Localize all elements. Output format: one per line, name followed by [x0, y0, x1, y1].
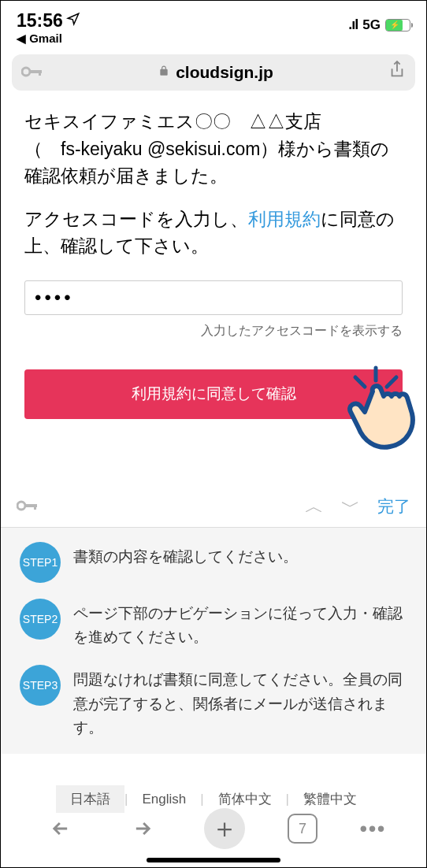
step-row: STEP2 ページ下部のナビゲーションに従って入力・確認を進めてください。 [20, 599, 407, 650]
keyboard-prev-icon[interactable]: ︿ [305, 494, 324, 519]
svg-point-6 [17, 502, 25, 510]
status-bar: 15:56 ◀ Gmail .ıl 5G ⚡ [1, 1, 426, 50]
nav-forward-icon[interactable] [123, 809, 162, 848]
share-icon[interactable] [388, 60, 406, 85]
confirm-button[interactable]: 利用規約に同意して確認 [24, 369, 403, 419]
show-code-toggle[interactable]: 入力したアクセスコードを表示する [24, 323, 403, 339]
location-arrow-icon [66, 12, 80, 30]
battery-icon: ⚡ [385, 19, 410, 32]
steps-section: STEP1 書類の内容を確認してください。 STEP2 ページ下部のナビゲーショ… [1, 528, 426, 755]
nav-new-tab-icon[interactable]: ＋ [204, 808, 245, 849]
network-label: 5G [362, 17, 381, 33]
key-icon[interactable] [17, 496, 39, 517]
step-text: ページ下部のナビゲーションに従って入力・確認を進めてください。 [73, 599, 407, 650]
nav-more-icon[interactable]: ••• [360, 817, 386, 841]
url-domain: cloudsign.jp [176, 63, 273, 82]
step-row: STEP3 問題なければ書類に同意してください。全員の同意が完了すると、関係者に… [20, 665, 407, 740]
key-icon[interactable] [21, 62, 43, 83]
keyboard-done-button[interactable]: 完了 [377, 495, 410, 517]
url-bar[interactable]: cloudsign.jp [12, 54, 415, 91]
step-badge: STEP1 [20, 542, 61, 583]
lock-icon [158, 65, 169, 80]
step-badge: STEP3 [20, 665, 61, 706]
svg-rect-2 [39, 70, 41, 76]
browser-bottom-nav: ＋ 7 ••• [1, 799, 426, 858]
home-indicator[interactable] [147, 858, 280, 862]
instruction-text: アクセスコードを入力し、利用規約に同意の上、確認して下さい。 [24, 206, 403, 260]
keyboard-accessory-bar: ︿ ﹀ 完了 [1, 487, 426, 528]
step-text: 問題なければ書類に同意してください。全員の同意が完了すると、関係者にメールが送信… [73, 665, 407, 740]
svg-rect-8 [34, 504, 36, 510]
sender-message: セキスイファミエス〇〇 △△支店 （ fs-keiyaku @sekisui.c… [24, 108, 403, 190]
signal-icon: .ıl [348, 17, 358, 33]
keyboard-next-icon[interactable]: ﹀ [341, 494, 360, 519]
status-time: 15:56 [17, 10, 63, 32]
nav-back-icon[interactable] [41, 809, 80, 848]
step-text: 書類の内容を確認してください。 [73, 542, 298, 569]
terms-link[interactable]: 利用規約 [248, 209, 321, 229]
svg-point-0 [22, 68, 30, 76]
back-to-app[interactable]: ◀ Gmail [17, 32, 80, 46]
nav-tabs-button[interactable]: 7 [288, 814, 317, 844]
access-code-input[interactable] [24, 280, 403, 315]
step-badge: STEP2 [20, 599, 61, 640]
step-row: STEP1 書類の内容を確認してください。 [20, 542, 407, 583]
